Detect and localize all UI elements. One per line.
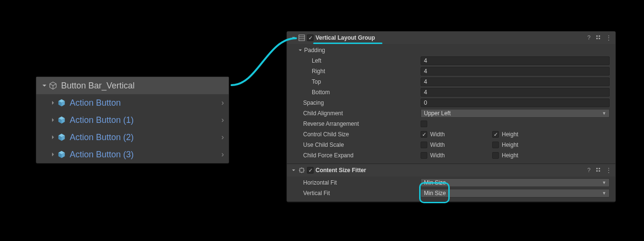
annotation-underline xyxy=(313,43,382,44)
padding-right-row: Right 4 xyxy=(287,66,615,77)
padding-label: Padding xyxy=(304,47,325,54)
hierarchy-item-child[interactable]: Action Button (2) › xyxy=(36,129,229,146)
help-icon[interactable]: ? xyxy=(587,34,591,42)
reverse-label: Reverse Arrangement xyxy=(293,120,421,127)
gameobject-icon xyxy=(48,81,58,90)
horizontal-fit-row: Horizontal Fit Min Size ▼ xyxy=(287,177,615,188)
svg-rect-9 xyxy=(599,168,600,169)
component-title: Vertical Layout Group xyxy=(316,34,587,41)
width-label: Width xyxy=(430,142,445,148)
hierarchy-item-child[interactable]: Action Button › xyxy=(36,94,229,111)
foldout-down-icon[interactable] xyxy=(291,36,296,40)
component-body: Horizontal Fit Min Size ▼ Vertical Fit M… xyxy=(287,176,615,201)
foldout-right-icon[interactable] xyxy=(50,100,56,105)
padding-top-label: Top xyxy=(293,78,421,85)
height-label: Height xyxy=(502,142,518,148)
open-prefab-icon[interactable]: › xyxy=(222,133,224,142)
spacing-field[interactable]: 0 xyxy=(421,99,610,107)
dropdown-value: Min Size xyxy=(424,179,446,186)
padding-bottom-row: Bottom 4 xyxy=(287,87,615,98)
svg-rect-3 xyxy=(596,35,598,37)
control-child-size-label: Control Child Size xyxy=(293,131,421,138)
spacing-label: Spacing xyxy=(293,99,421,106)
foldout-down-icon[interactable] xyxy=(297,48,303,52)
foldout-right-icon[interactable] xyxy=(50,118,56,122)
help-icon[interactable]: ? xyxy=(587,167,591,174)
preset-icon[interactable] xyxy=(595,167,601,174)
component-body: Padding Left 4 Right 4 Top 4 Bottom 4 Sp… xyxy=(287,44,615,164)
hierarchy-item-root[interactable]: Button Bar_Vertical xyxy=(36,77,229,94)
child-alignment-dropdown[interactable]: Upper Left ▼ xyxy=(421,109,610,118)
layout-group-icon xyxy=(297,34,306,41)
padding-right-field[interactable]: 4 xyxy=(421,67,610,76)
menu-icon[interactable]: ⋮ xyxy=(606,34,612,42)
padding-top-field[interactable]: 4 xyxy=(421,77,610,86)
open-prefab-icon[interactable]: › xyxy=(222,99,224,107)
control-width-checkbox[interactable]: ✓Width xyxy=(421,131,492,138)
svg-rect-4 xyxy=(599,35,600,37)
svg-rect-0 xyxy=(299,35,305,41)
padding-left-field[interactable]: 4 xyxy=(421,56,610,65)
scale-width-checkbox[interactable]: Width xyxy=(421,142,492,148)
svg-rect-6 xyxy=(599,38,600,39)
foldout-down-icon[interactable] xyxy=(41,83,48,88)
expand-width-checkbox[interactable]: Width xyxy=(421,152,492,159)
svg-rect-7 xyxy=(300,168,304,172)
menu-icon[interactable]: ⋮ xyxy=(606,167,612,174)
padding-bottom-label: Bottom xyxy=(293,89,421,96)
svg-rect-10 xyxy=(596,170,598,172)
svg-rect-5 xyxy=(596,38,598,39)
dropdown-value: Upper Left xyxy=(424,110,451,117)
control-child-size-row: Control Child Size ✓Width ✓Height xyxy=(287,129,615,140)
scale-height-checkbox[interactable]: Height xyxy=(492,142,564,148)
prefab-icon xyxy=(56,115,67,125)
dropdown-value: Min Size xyxy=(424,190,446,197)
expand-height-checkbox[interactable]: Height xyxy=(492,152,564,159)
vertical-fit-label: Vertical Fit xyxy=(293,190,421,197)
width-label: Width xyxy=(430,131,445,138)
svg-rect-11 xyxy=(599,170,600,172)
horizontal-fit-label: Horizontal Fit xyxy=(293,179,421,186)
padding-top-row: Top 4 xyxy=(287,77,615,87)
hierarchy-label: Action Button xyxy=(70,98,222,108)
vertical-fit-row: Vertical Fit Min Size ▼ xyxy=(287,188,615,198)
child-alignment-label: Child Alignment xyxy=(293,110,421,117)
prefab-icon xyxy=(56,150,67,159)
chevron-down-icon: ▼ xyxy=(602,111,606,116)
horizontal-fit-dropdown[interactable]: Min Size ▼ xyxy=(421,178,610,187)
component-header[interactable]: ✓ Content Size Fitter ? ⋮ xyxy=(287,164,615,176)
component-vertical-layout-group: ✓ Vertical Layout Group ? ⋮ Padding xyxy=(287,32,615,164)
open-prefab-icon[interactable]: › xyxy=(222,116,224,124)
height-label: Height xyxy=(502,131,518,138)
hierarchy-label: Action Button (1) xyxy=(70,115,222,125)
content-fitter-icon xyxy=(297,167,306,174)
use-child-scale-row: Use Child Scale Width Height xyxy=(287,140,615,150)
control-height-checkbox[interactable]: ✓Height xyxy=(492,131,564,138)
open-prefab-icon[interactable]: › xyxy=(222,150,224,159)
hierarchy-item-child[interactable]: Action Button (1) › xyxy=(36,111,229,129)
use-child-scale-label: Use Child Scale xyxy=(293,142,421,148)
component-enabled-checkbox[interactable]: ✓ xyxy=(307,34,314,41)
padding-left-row: Left 4 xyxy=(287,55,615,66)
vertical-fit-dropdown[interactable]: Min Size ▼ xyxy=(421,189,610,197)
child-force-expand-row: Child Force Expand Width Height xyxy=(287,150,615,161)
preset-icon[interactable] xyxy=(595,34,601,42)
reverse-arrangement-row: Reverse Arrangement xyxy=(287,119,615,129)
foldout-right-icon[interactable] xyxy=(50,152,56,157)
spacing-row: Spacing 0 xyxy=(287,98,615,108)
chevron-down-icon: ▼ xyxy=(602,180,606,185)
hierarchy-item-child[interactable]: Action Button (3) › xyxy=(36,146,229,163)
padding-foldout[interactable]: Padding xyxy=(287,45,615,55)
padding-bottom-field[interactable]: 4 xyxy=(421,88,610,97)
reverse-checkbox[interactable] xyxy=(421,120,427,127)
component-title: Content Size Fitter xyxy=(316,167,587,174)
inspector-panel: ✓ Vertical Layout Group ? ⋮ Padding xyxy=(286,31,616,202)
component-enabled-checkbox[interactable]: ✓ xyxy=(307,167,314,174)
foldout-down-icon[interactable] xyxy=(291,168,296,172)
svg-rect-8 xyxy=(596,168,598,169)
prefab-icon xyxy=(56,132,67,142)
component-content-size-fitter: ✓ Content Size Fitter ? ⋮ Horizontal Fit… xyxy=(287,164,615,202)
child-alignment-row: Child Alignment Upper Left ▼ xyxy=(287,108,615,119)
foldout-right-icon[interactable] xyxy=(50,135,56,140)
padding-left-label: Left xyxy=(293,57,421,64)
